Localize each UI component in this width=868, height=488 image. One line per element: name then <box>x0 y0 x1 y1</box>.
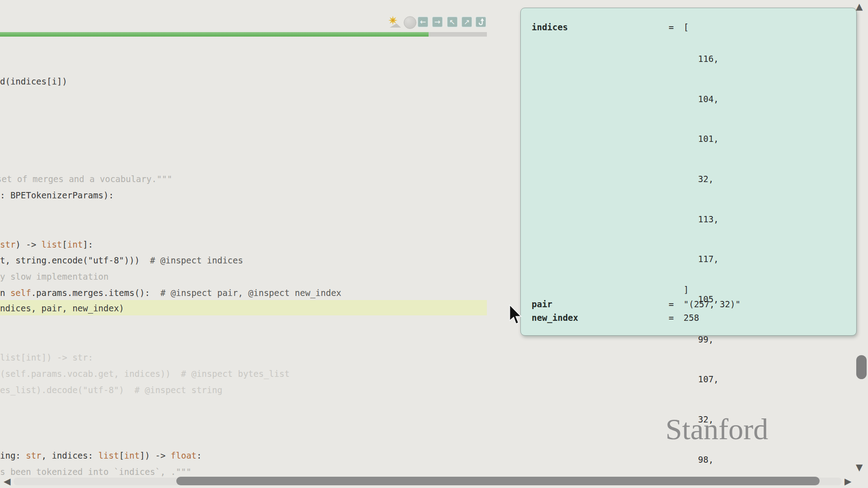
code-token: float <box>171 450 197 460</box>
jump-previous-button[interactable]: ↖ <box>447 17 458 27</box>
code-token: set of merges and a vocabulary.""" <box>0 174 172 184</box>
variable-value: "(257, 32)" <box>684 299 741 309</box>
code-token: : <box>197 450 202 460</box>
code-token: [ <box>119 450 124 460</box>
list-item: 113, <box>698 213 729 226</box>
list-item: 116, <box>698 52 729 66</box>
code-token: ) -> <box>15 239 41 249</box>
code-token: y slow implementation <box>0 272 108 282</box>
code-token: : BPETokenizerParams): <box>0 190 114 200</box>
scroll-right-arrow[interactable]: ▶ <box>844 477 851 486</box>
variable-inspector-panel: indices = [ 116, 104, 101, 32, 113, 117,… <box>520 8 857 336</box>
variable-name: new_index <box>532 313 578 323</box>
code-line-current[interactable]: ndices, pair, new_index) <box>0 302 124 314</box>
code-token: # @inspect indices <box>140 255 243 265</box>
code-line: (self.params.vocab.get, indices)) # @ins… <box>0 367 290 380</box>
code-line: d(indices[i]) <box>0 75 67 88</box>
code-line: ing: str, indices: list[int]) -> float: <box>0 449 202 462</box>
code-token: n <box>0 288 10 298</box>
code-token: s been tokenized into `indices`, .""" <box>0 467 191 477</box>
code-token: , indices: <box>42 450 99 460</box>
code-token: t, string.encode("utf-8"))) <box>0 255 140 265</box>
code-token: # @inspect pair, @inspect new_index <box>150 288 341 298</box>
forward-button[interactable]: → <box>432 17 443 27</box>
code-line: t, string.encode("utf-8"))) # @inspect i… <box>0 254 243 267</box>
code-token: d(indices[i]) <box>0 76 67 86</box>
status-circle-icon[interactable] <box>404 16 416 29</box>
code-line: list[int]) -> str: <box>0 351 93 364</box>
code-line: n self.params.merges.items(): # @inspect… <box>0 286 341 299</box>
code-token: ing: <box>0 450 26 460</box>
scroll-left-arrow[interactable]: ◀ <box>4 477 10 486</box>
progress-bar[interactable] <box>0 32 487 37</box>
code-line: s been tokenized into `indices`, .""" <box>0 465 191 478</box>
code-token: int <box>124 450 140 460</box>
list-item: 32, <box>698 173 729 186</box>
list-close-bracket: ] <box>684 285 689 295</box>
list-open-bracket: [ <box>684 22 689 32</box>
code-token: list <box>42 239 62 249</box>
code-token: [ <box>62 239 67 249</box>
list-item: 107, <box>698 373 729 386</box>
list-item: 99, <box>698 333 729 347</box>
equals-sign: = <box>669 299 674 309</box>
j-curve-up-arrow-icon <box>477 18 485 28</box>
code-line: y slow implementation <box>0 270 108 283</box>
code-line: : BPETokenizerParams): <box>0 189 114 202</box>
code-token: list <box>98 450 119 460</box>
replay-button[interactable] <box>476 17 486 27</box>
code-token: (self.params.vocab.get, indices)) # @ins… <box>0 369 290 379</box>
code-token: es_list).decode("utf-8") # @inspect stri… <box>0 385 222 395</box>
jump-next-button[interactable]: ↗ <box>462 17 472 27</box>
vertical-scrollbar-thumb[interactable] <box>856 355 867 379</box>
code-token: list[int]) -> str: <box>0 352 93 362</box>
code-token: ]: <box>83 239 93 249</box>
variable-value: 258 <box>684 313 699 323</box>
equals-sign: = <box>669 22 674 32</box>
app-window: ← → ↖ ↗ d(indices[i]) set of merges and … <box>0 0 868 488</box>
mouse-cursor <box>509 305 523 328</box>
code-token: ndices, pair, new_index) <box>0 303 124 313</box>
list-item: 117, <box>698 253 729 266</box>
list-item: 104, <box>698 93 729 106</box>
code-token: .params.merges.items(): <box>31 288 150 298</box>
code-token: int <box>67 239 83 249</box>
equals-sign: = <box>669 313 674 323</box>
code-token: ]) -> <box>140 450 171 460</box>
progress-fill <box>0 32 429 37</box>
code-token: self <box>10 288 31 298</box>
code-token: str <box>0 239 15 249</box>
list-item: 101, <box>698 132 729 146</box>
scroll-down-arrow[interactable]: ▼ <box>856 463 863 472</box>
horizontal-scrollbar-thumb[interactable] <box>176 477 820 485</box>
list-item: 98, <box>698 453 729 467</box>
code-line: es_list).decode("utf-8") # @inspect stri… <box>0 384 222 396</box>
sparkle-sun-icon[interactable] <box>387 15 402 30</box>
stanford-watermark: Stanford <box>665 412 768 446</box>
code-line: str) -> list[int]: <box>0 238 93 251</box>
scroll-up-arrow[interactable]: ▲ <box>856 2 863 11</box>
code-line: set of merges and a vocabulary.""" <box>0 173 172 185</box>
back-button[interactable]: ← <box>418 17 428 27</box>
variable-name: pair <box>532 299 552 309</box>
variable-name: indices <box>532 22 568 32</box>
code-token: str <box>26 450 41 460</box>
